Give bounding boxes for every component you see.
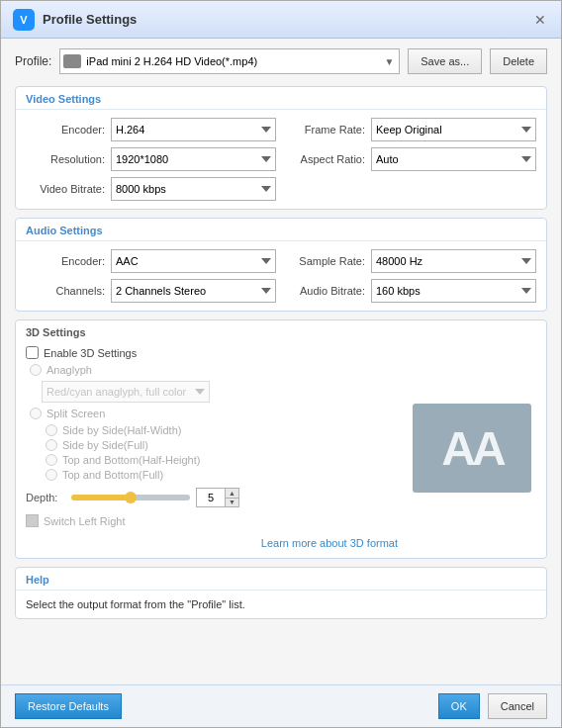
profile-icon — [63, 54, 81, 68]
help-title: Help — [16, 568, 546, 591]
split-option-4-radio[interactable] — [46, 469, 57, 481]
audio-settings-body: Encoder: AAC Channels: 2 Channels Stereo — [16, 241, 546, 311]
sample-rate-label: Sample Rate: — [286, 255, 365, 267]
aa-preview: AA — [413, 404, 531, 493]
dialog-profile-settings: V Profile Settings ✕ Profile: iPad mini … — [0, 0, 562, 728]
split-option-3-label: Top and Bottom(Half-Height) — [62, 454, 200, 466]
depth-label: Depth: — [26, 492, 65, 503]
channels-row: Channels: 2 Channels Stereo — [26, 279, 276, 303]
enable-3d-label: Enable 3D Settings — [44, 347, 137, 359]
switch-row: Switch Left Right — [26, 514, 398, 527]
split-option-2-label: Side by Side(Full) — [62, 439, 148, 451]
depth-spinner: ▲ ▼ — [196, 488, 239, 507]
audio-settings-grid: Encoder: AAC Channels: 2 Channels Stereo — [26, 249, 536, 303]
aa-preview-text: AA — [441, 421, 502, 476]
ok-button[interactable]: OK — [438, 693, 480, 719]
depth-arrows: ▲ ▼ — [225, 489, 238, 506]
frame-rate-row: Frame Rate: Keep Original — [286, 118, 536, 141]
audio-left-col: Encoder: AAC Channels: 2 Channels Stereo — [26, 249, 276, 303]
audio-bitrate-label: Audio Bitrate: — [286, 285, 365, 297]
resolution-row: Resolution: 1920*1080 — [26, 147, 276, 171]
audio-bitrate-select[interactable]: 160 kbps — [371, 279, 536, 303]
delete-button[interactable]: Delete — [490, 48, 547, 74]
video-right-col: Frame Rate: Keep Original Aspect Ratio: … — [286, 118, 536, 201]
app-icon: V — [13, 9, 35, 31]
learn-more-row: Learn more about 3D format — [26, 536, 398, 550]
footer: Restore Defaults OK Cancel — [1, 684, 561, 727]
encoder-row: Encoder: H.264 — [26, 118, 276, 141]
3d-settings-title: 3D Settings — [16, 320, 546, 342]
audio-bitrate-row: Audio Bitrate: 160 kbps — [286, 279, 536, 303]
switch-checkbox[interactable] — [26, 514, 39, 527]
audio-settings-section: Audio Settings Encoder: AAC Channels: — [15, 218, 547, 312]
split-option-3-radio[interactable] — [46, 454, 57, 466]
aspect-ratio-select[interactable]: Auto — [371, 147, 536, 171]
audio-encoder-select[interactable]: AAC — [111, 249, 276, 273]
split-screen-row: Split Screen — [26, 408, 398, 419]
split-option-1-label: Side by Side(Half-Width) — [62, 424, 181, 436]
main-content: Profile: iPad mini 2 H.264 HD Video(*.mp… — [1, 39, 561, 684]
frame-rate-label: Frame Rate: — [286, 124, 365, 136]
aspect-ratio-label: Aspect Ratio: — [286, 153, 365, 165]
cancel-button[interactable]: Cancel — [488, 693, 547, 719]
split-option-4: Top and Bottom(Full) — [46, 469, 398, 481]
dialog-title: Profile Settings — [43, 12, 137, 27]
split-options-container: Side by Side(Half-Width) Side by Side(Fu… — [26, 424, 398, 481]
help-body: Select the output format from the "Profi… — [16, 591, 546, 618]
depth-up-arrow[interactable]: ▲ — [225, 489, 238, 499]
3d-settings-section: 3D Settings Enable 3D Settings Anaglyph — [15, 319, 547, 559]
anaglyph-select-container: Red/cyan anaglyph, full color — [26, 381, 398, 403]
audio-settings-title: Audio Settings — [16, 219, 546, 241]
depth-slider[interactable] — [71, 495, 190, 500]
anaglyph-row: Anaglyph — [26, 364, 398, 376]
aspect-ratio-row: Aspect Ratio: Auto — [286, 147, 536, 171]
video-left-col: Encoder: H.264 Resolution: 1920*1080 — [26, 118, 276, 201]
video-settings-grid: Encoder: H.264 Resolution: 1920*1080 — [26, 118, 536, 201]
sample-rate-row: Sample Rate: 48000 Hz — [286, 249, 536, 273]
anaglyph-radio[interactable] — [30, 364, 42, 376]
video-settings-body: Encoder: H.264 Resolution: 1920*1080 — [16, 110, 546, 209]
switch-label: Switch Left Right — [44, 515, 126, 527]
depth-down-arrow[interactable]: ▼ — [225, 499, 238, 507]
profile-select[interactable]: iPad mini 2 H.264 HD Video(*.mp4) — [59, 48, 400, 74]
anaglyph-select[interactable]: Red/cyan anaglyph, full color — [42, 381, 210, 403]
split-screen-radio[interactable] — [30, 408, 42, 419]
frame-rate-select[interactable]: Keep Original — [371, 118, 536, 141]
depth-input[interactable] — [197, 489, 225, 506]
channels-label: Channels: — [26, 285, 105, 297]
video-settings-title: Video Settings — [16, 87, 546, 110]
channels-select[interactable]: 2 Channels Stereo — [111, 279, 276, 303]
learn-more-link[interactable]: Learn more about 3D format — [261, 537, 398, 549]
profile-label: Profile: — [15, 54, 51, 68]
video-settings-section: Video Settings Encoder: H.264 Resolution… — [15, 86, 547, 210]
resolution-label: Resolution: — [26, 153, 105, 165]
split-option-2-radio[interactable] — [46, 439, 57, 451]
title-bar: V Profile Settings ✕ — [1, 1, 561, 39]
resolution-select[interactable]: 1920*1080 — [111, 147, 276, 171]
close-button[interactable]: ✕ — [531, 11, 549, 29]
help-section: Help Select the output format from the "… — [15, 567, 547, 619]
video-bitrate-row: Video Bitrate: 8000 kbps — [26, 177, 276, 201]
split-option-1: Side by Side(Half-Width) — [46, 424, 398, 436]
encoder-label: Encoder: — [26, 124, 105, 136]
split-option-2: Side by Side(Full) — [46, 439, 398, 451]
anaglyph-label: Anaglyph — [47, 364, 92, 376]
audio-encoder-row: Encoder: AAC — [26, 249, 276, 273]
enable-3d-row: Enable 3D Settings — [26, 346, 398, 359]
enable-3d-checkbox[interactable] — [26, 346, 39, 359]
3d-preview-container: AA — [408, 346, 536, 550]
sample-rate-select[interactable]: 48000 Hz — [371, 249, 536, 273]
profile-row: Profile: iPad mini 2 H.264 HD Video(*.mp… — [15, 48, 547, 74]
video-bitrate-label: Video Bitrate: — [26, 183, 105, 195]
save-as-button[interactable]: Save as... — [408, 48, 482, 74]
split-screen-label: Split Screen — [47, 408, 105, 419]
title-bar-left: V Profile Settings — [13, 9, 137, 31]
encoder-select[interactable]: H.264 — [111, 118, 276, 141]
split-option-1-radio[interactable] — [46, 424, 57, 436]
3d-settings-left: Enable 3D Settings Anaglyph Red/cyan ana… — [26, 346, 398, 550]
video-bitrate-select[interactable]: 8000 kbps — [111, 177, 276, 201]
3d-settings-body: Enable 3D Settings Anaglyph Red/cyan ana… — [16, 342, 546, 558]
profile-select-wrapper: iPad mini 2 H.264 HD Video(*.mp4) ▼ — [59, 48, 400, 74]
restore-defaults-button[interactable]: Restore Defaults — [15, 693, 122, 719]
audio-right-col: Sample Rate: 48000 Hz Audio Bitrate: 160… — [286, 249, 536, 303]
